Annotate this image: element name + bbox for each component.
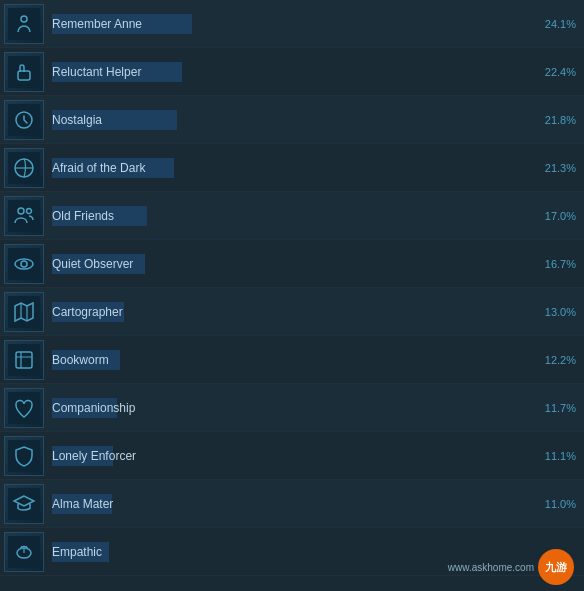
achievement-percent-6: 16.7% [545,258,576,270]
achievement-name-2: Reluctant Helper [52,65,141,79]
achievement-percent-10: 11.1% [545,450,576,462]
achievement-row[interactable]: Alma Mater11.0% [0,480,584,528]
achievement-name-4: Afraid of the Dark [52,161,145,175]
achievement-icon-2 [4,52,44,92]
achievement-icon-10 [4,436,44,476]
achievement-icon-7 [4,292,44,332]
achievement-row[interactable]: Old Friends17.0% [0,192,584,240]
watermark-site: www.askhome.com [448,562,534,573]
svg-point-4 [27,208,32,213]
svg-rect-7 [16,352,32,368]
achievement-name-9: Companionship [52,401,135,415]
achievement-percent-4: 21.3% [545,162,576,174]
achievement-row[interactable]: Remember Anne24.1% [0,0,584,48]
achievement-row[interactable]: Quiet Observer16.7% [0,240,584,288]
achievement-icon-4 [4,148,44,188]
achievement-percent-3: 21.8% [545,114,576,126]
achievement-list: Remember Anne24.1%Reluctant Helper22.4%N… [0,0,584,576]
achievement-percent-2: 22.4% [545,66,576,78]
achievement-icon-11 [4,484,44,524]
achievement-icon-8 [4,340,44,380]
svg-rect-1 [18,71,30,80]
achievement-name-5: Old Friends [52,209,114,223]
achievement-row[interactable]: Afraid of the Dark21.3% [0,144,584,192]
achievement-icon-3 [4,100,44,140]
ninegame-logo: 九游 [538,549,574,585]
achievement-percent-5: 17.0% [545,210,576,222]
svg-point-0 [21,16,27,22]
achievement-name-7: Cartographer [52,305,123,319]
achievement-percent-1: 24.1% [545,18,576,30]
achievement-percent-8: 12.2% [545,354,576,366]
achievement-name-11: Alma Mater [52,497,113,511]
achievement-row[interactable]: Nostalgia21.8% [0,96,584,144]
achievement-row[interactable]: Cartographer13.0% [0,288,584,336]
achievement-icon-9 [4,388,44,428]
svg-point-3 [18,208,24,214]
achievement-percent-7: 13.0% [545,306,576,318]
achievement-row[interactable]: Lonely Enforcer11.1% [0,432,584,480]
watermark: www.askhome.com 九游 [448,549,574,585]
achievement-icon-5 [4,196,44,236]
achievement-row[interactable]: Reluctant Helper22.4% [0,48,584,96]
achievement-name-8: Bookworm [52,353,109,367]
achievement-percent-9: 11.7% [545,402,576,414]
achievement-icon-6 [4,244,44,284]
achievement-name-3: Nostalgia [52,113,102,127]
achievement-row[interactable]: Companionship11.7% [0,384,584,432]
achievement-icon-1 [4,4,44,44]
achievement-icon-12 [4,532,44,572]
achievement-row[interactable]: Bookworm12.2% [0,336,584,384]
achievement-percent-11: 11.0% [545,498,576,510]
achievement-name-10: Lonely Enforcer [52,449,136,463]
achievement-name-12: Empathic [52,545,102,559]
svg-point-6 [21,261,27,267]
achievement-name-6: Quiet Observer [52,257,133,271]
achievement-name-1: Remember Anne [52,17,142,31]
